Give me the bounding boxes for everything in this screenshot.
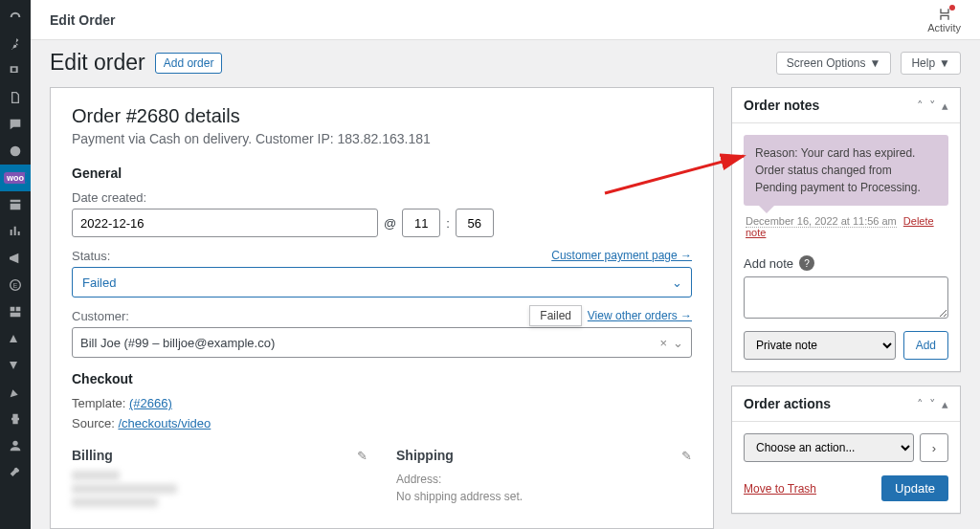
page-title: Edit order [50, 50, 145, 76]
status-select[interactable]: Failed [72, 267, 692, 298]
nav-templates-icon[interactable] [0, 298, 31, 325]
move-up-icon[interactable]: ˄ [917, 397, 924, 411]
move-up-icon[interactable]: ˄ [917, 99, 924, 113]
template-link[interactable]: (#2666) [129, 396, 172, 410]
nav-comments-icon[interactable] [0, 111, 31, 138]
shipping-address-label: Address: [396, 471, 692, 488]
status-label: Status: Customer payment page → [72, 249, 692, 263]
order-note-meta: December 16, 2022 at 11:56 am Delete not… [744, 215, 948, 238]
source-link[interactable]: /checkouts/video [118, 416, 211, 430]
customer-payment-link[interactable]: Customer payment page → [551, 249, 692, 262]
nav-marketing-icon[interactable] [0, 245, 31, 272]
chevron-down-icon: ⌄ [673, 336, 683, 350]
date-created-input[interactable] [72, 209, 378, 237]
nav-wpfunnels-icon[interactable] [0, 325, 31, 352]
nav-dashboard-icon[interactable] [0, 4, 31, 31]
svg-point-3 [12, 441, 17, 446]
admin-sidebar: woo E [0, 0, 31, 529]
clear-customer-icon[interactable]: × [654, 336, 673, 350]
shipping-heading: Shipping [396, 448, 454, 463]
wc-admin-header: Edit Order Activity [31, 0, 980, 40]
toggle-panel-icon[interactable]: ▴ [942, 397, 948, 411]
nav-tools-icon[interactable] [0, 459, 31, 486]
nav-users-icon[interactable] [0, 432, 31, 459]
nav-elementor-icon[interactable]: E [0, 272, 31, 298]
hour-input[interactable] [402, 209, 440, 237]
order-actions-box: Order actions ˄ ˅ ▴ Choose an action... [731, 386, 961, 514]
add-note-textarea[interactable] [744, 276, 948, 319]
move-down-icon[interactable]: ˅ [929, 99, 936, 113]
chevron-down-icon: ▼ [870, 56, 881, 70]
nav-products-icon[interactable] [0, 191, 31, 218]
nav-pin-icon[interactable] [0, 31, 31, 57]
customer-select[interactable]: Bill Joe (#99 – billjoe@example.co) × ⌄ [72, 327, 692, 358]
order-details-box: Order #2680 details Payment via Cash on … [50, 87, 714, 529]
billing-heading: Billing [72, 448, 113, 463]
nav-woocommerce-icon[interactable]: woo [0, 165, 31, 191]
activity-notification-dot [949, 5, 955, 11]
edit-shipping-icon[interactable]: ✎ [681, 449, 692, 463]
move-to-trash-link[interactable]: Move to Trash [744, 482, 816, 496]
order-note-item: Reason: Your card has expired. Order sta… [744, 135, 948, 206]
screen-options-button[interactable]: Screen Options ▼ [776, 52, 892, 75]
activity-button[interactable]: Activity [927, 7, 961, 33]
nav-wpfunnels2-icon[interactable] [0, 352, 31, 379]
svg-text:E: E [13, 282, 18, 289]
checkout-heading: Checkout [72, 371, 692, 386]
add-order-button[interactable]: Add order [155, 53, 223, 74]
toggle-panel-icon[interactable]: ▴ [942, 99, 948, 113]
order-actions-heading: Order actions [744, 396, 831, 411]
general-heading: General [72, 165, 692, 181]
nav-forms-icon[interactable] [0, 138, 31, 165]
shipping-address-empty: No shipping address set. [396, 488, 692, 505]
nav-appearance-icon[interactable] [0, 379, 31, 406]
svg-point-0 [11, 146, 21, 157]
apply-action-button[interactable]: › [920, 433, 948, 462]
note-type-select[interactable]: Private note [744, 331, 896, 360]
header-title: Edit Order [50, 12, 115, 28]
date-created-label: Date created: [72, 190, 692, 205]
help-button[interactable]: Help ▼ [901, 52, 961, 75]
nav-plugins-icon[interactable] [0, 406, 31, 432]
nav-analytics-icon[interactable] [0, 218, 31, 245]
help-icon[interactable]: ? [799, 255, 814, 271]
order-action-select[interactable]: Choose an action... [744, 433, 914, 462]
order-title: Order #2680 details [72, 105, 692, 127]
nav-pages-icon[interactable] [0, 84, 31, 111]
order-notes-box: Order notes ˄ ˅ ▴ Reason: Your card has … [731, 87, 961, 372]
update-button[interactable]: Update [881, 475, 948, 501]
order-subtitle: Payment via Cash on delivery. Customer I… [72, 131, 692, 146]
customer-label: Customer: Profile → View other orders → [72, 309, 692, 323]
order-notes-heading: Order notes [744, 98, 819, 113]
move-down-icon[interactable]: ˅ [929, 397, 936, 411]
billing-address-redacted [72, 471, 368, 507]
add-note-label: Add note ? [744, 255, 948, 271]
add-note-button[interactable]: Add [903, 331, 948, 360]
minute-input[interactable] [456, 209, 494, 237]
edit-billing-icon[interactable]: ✎ [357, 449, 368, 463]
status-tooltip: Failed [529, 305, 582, 326]
chevron-down-icon: ▼ [939, 56, 950, 70]
nav-media-icon[interactable] [0, 57, 31, 84]
view-other-orders-link[interactable]: View other orders → [588, 309, 692, 322]
